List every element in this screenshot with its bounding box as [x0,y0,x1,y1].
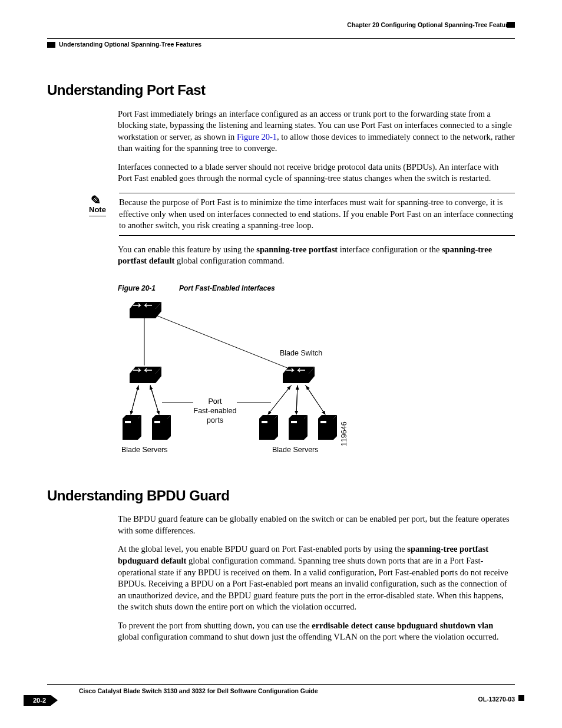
paragraph: To prevent the port from shutting down, … [118,620,515,643]
section-body: You can enable this feature by using the… [118,244,515,267]
label-servers-right: Blade Servers [272,446,319,454]
section-body: The BPDU guard feature can be globally e… [118,513,515,643]
section-heading-bpduguard: Understanding BPDU Guard [47,486,515,505]
paragraph: Interfaces connected to a blade server s… [118,162,515,185]
page-number: 20-2 [24,695,51,706]
switch-icon [283,367,315,383]
footer-guide: Cisco Catalyst Blade Switch 3130 and 303… [79,687,318,695]
figure-caption: Figure 20-1Port Fast-Enabled Interfaces [118,284,515,293]
footer-rule [47,684,515,685]
header-marker-icon [47,42,55,48]
paragraph: Port Fast immediately brings an interfac… [118,108,515,154]
paragraph: You can enable this feature by using the… [118,244,515,267]
text: At the global level, you enable BPDU gua… [118,544,407,554]
label-ports: ports [207,416,223,424]
doc-id: OL-13270-03 [478,695,515,703]
page-footer: Cisco Catalyst Blade Switch 3130 and 303… [47,687,515,706]
text: global configuration command. [174,256,284,265]
svg-line-18 [306,386,325,414]
figure-link[interactable]: Figure 20-1 [237,132,277,141]
section-heading-portfast: Understanding Port Fast [47,81,515,100]
figure-number: Figure 20-1 [118,284,156,292]
server-icon [318,415,337,440]
command: spanning-tree portfast [256,245,338,254]
text: global configuration command to shut dow… [118,632,499,641]
text: interface configuration or the [338,245,442,254]
server-icon [259,415,278,440]
paragraph: At the global level, you enable BPDU gua… [118,543,515,612]
page: Chapter 20 Configuring Optional Spanning… [0,0,562,728]
text: To prevent the port from shutting down, … [118,621,312,630]
figure-title: Port Fast-Enabled Interfaces [179,284,275,292]
server-icon [289,415,308,440]
label-blade-switch: Blade Switch [280,349,322,357]
note-block: ✎ Note Because the purpose of Port Fast … [88,193,515,236]
svg-line-12 [150,386,159,414]
header-rule [47,38,515,39]
svg-line-10 [131,386,138,414]
label-servers-left: Blade Servers [121,446,168,454]
server-icon [123,415,141,440]
svg-line-14 [268,386,290,414]
server-icon [152,415,171,440]
running-title: Understanding Optional Spanning-Tree Fea… [59,41,201,48]
chapter-label: Chapter 20 Configuring Optional Spanning… [347,21,515,29]
svg-line-8 [156,315,289,368]
section-body: Port Fast immediately brings an interfac… [118,108,515,185]
label-fast: Fast-enabled [194,407,237,415]
label-port: Port [209,397,222,406]
switch-icon [130,367,161,383]
footer-marker-icon [518,695,524,701]
note-text: Because the purpose of Port Fast is to m… [119,193,515,235]
paragraph: The BPDU guard feature can be globally e… [118,513,515,536]
svg-line-16 [296,386,297,414]
command: errdisable detect cause bpduguard shutdo… [312,621,493,630]
figure-portfast: Blade Switch Port Fast-enabled ports Bla… [118,298,515,463]
page-header: Chapter 20 Configuring Optional Spanning… [47,21,515,37]
figure-refnum: 119646 [340,421,348,446]
running-header: Understanding Optional Spanning-Tree Fea… [47,40,515,48]
text: You can enable this feature by using the [118,245,256,254]
